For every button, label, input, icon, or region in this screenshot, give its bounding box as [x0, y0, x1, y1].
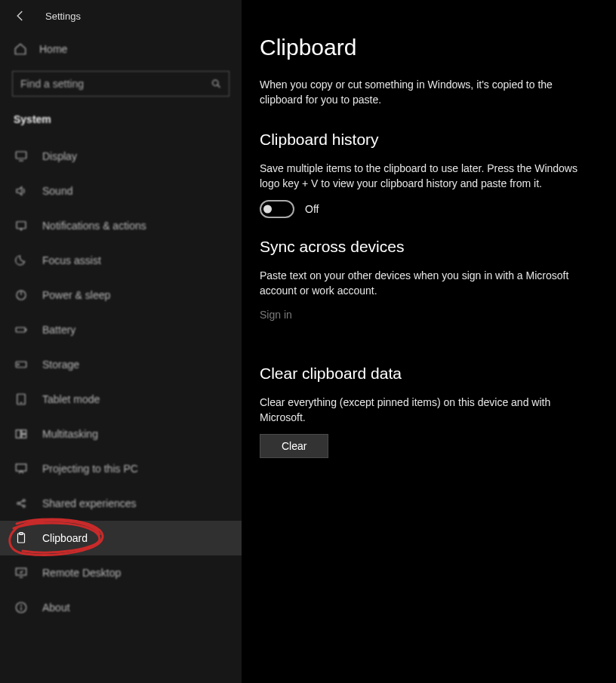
titlebar: Settings	[0, 0, 242, 30]
svg-rect-8	[16, 328, 25, 332]
back-button[interactable]	[14, 9, 27, 23]
clear-button[interactable]: Clear	[260, 434, 328, 458]
moon-icon	[14, 254, 29, 267]
section-history-heading: Clipboard history	[260, 131, 593, 149]
sidebar-item-label: Tablet mode	[42, 393, 100, 405]
sidebar-item-home[interactable]: Home	[0, 30, 242, 68]
sidebar-item-focus-assist[interactable]: Focus assist	[0, 243, 242, 278]
svg-point-19	[23, 500, 25, 502]
app-title: Settings	[45, 11, 81, 22]
power-icon	[14, 288, 29, 302]
sidebar-item-remote-desktop[interactable]: Remote Desktop	[0, 555, 242, 590]
search-wrap	[12, 71, 229, 97]
svg-marker-4	[17, 187, 22, 195]
battery-icon	[14, 323, 29, 337]
svg-line-22	[20, 504, 23, 506]
sidebar-item-battery[interactable]: Battery	[0, 312, 242, 347]
svg-point-20	[23, 505, 25, 507]
sidebar-item-multitasking[interactable]: Multitasking	[0, 417, 242, 451]
svg-rect-2	[16, 152, 26, 158]
sidebar-item-shared-experiences[interactable]: Shared experiences	[0, 486, 242, 521]
sidebar-item-sound[interactable]: Sound	[0, 174, 242, 208]
svg-point-28	[21, 605, 22, 606]
sidebar-item-display[interactable]: Display	[0, 139, 242, 174]
sidebar-item-label: Shared experiences	[42, 497, 137, 509]
sidebar-item-label: Sound	[42, 185, 72, 197]
svg-rect-5	[17, 222, 26, 229]
sidebar-item-label: Projecting to this PC	[42, 463, 138, 475]
sidebar-item-label: Remote Desktop	[42, 567, 121, 579]
sidebar-item-label: Power & sleep	[42, 289, 110, 301]
content-pane: Clipboard When you copy or cut something…	[242, 0, 616, 683]
history-toggle-label: Off	[305, 203, 319, 215]
sidebar-nav: DisplaySoundNotifications & actionsFocus…	[0, 139, 242, 683]
tablet-icon	[14, 392, 29, 406]
clipboard-icon	[14, 531, 29, 545]
svg-rect-14	[16, 430, 20, 438]
sidebar-item-storage[interactable]: Storage	[0, 347, 242, 382]
sidebar-item-label: Battery	[42, 324, 75, 336]
history-toggle[interactable]	[260, 200, 294, 218]
page-intro: When you copy or cut something in Window…	[260, 77, 577, 108]
sidebar-item-projecting-to-this-pc[interactable]: Projecting to this PC	[0, 451, 242, 486]
sidebar-item-label: Multitasking	[42, 428, 98, 440]
remote-icon	[14, 566, 29, 580]
sidebar-item-label: About	[42, 601, 70, 614]
sidebar-item-about[interactable]: About	[0, 590, 242, 625]
page-title: Clipboard	[260, 35, 593, 60]
sidebar-item-tablet-mode[interactable]: Tablet mode	[0, 382, 242, 417]
sidebar-category: System	[0, 106, 242, 139]
svg-rect-15	[22, 430, 26, 434]
svg-line-21	[20, 501, 23, 503]
sidebar-item-clipboard[interactable]: Clipboard	[0, 521, 242, 555]
sidebar-item-label: Storage	[42, 358, 79, 371]
section-clear-desc: Clear everything (except pinned items) o…	[260, 395, 584, 426]
info-icon	[14, 601, 29, 614]
search-input[interactable]	[12, 71, 229, 97]
sidebar-item-label: Notifications & actions	[42, 220, 146, 232]
sidebar-item-notifications-actions[interactable]: Notifications & actions	[0, 208, 242, 243]
section-history-desc: Save multiple items to the clipboard to …	[260, 161, 584, 192]
svg-point-18	[17, 503, 20, 505]
multitasking-icon	[14, 427, 29, 441]
sidebar-item-label: Clipboard	[42, 532, 88, 544]
notifications-icon	[14, 219, 29, 232]
sidebar: Settings Home System DisplaySoundNotific…	[0, 0, 242, 683]
svg-point-11	[18, 364, 20, 365]
svg-rect-16	[22, 435, 26, 438]
sidebar-item-label: Display	[42, 150, 77, 162]
svg-rect-25	[16, 568, 26, 575]
projecting-icon	[14, 462, 29, 475]
sound-icon	[14, 184, 29, 198]
section-clear-heading: Clear clipboard data	[260, 365, 593, 383]
sign-in-link[interactable]: Sign in	[260, 309, 292, 321]
sidebar-item-label: Focus assist	[42, 254, 101, 266]
svg-rect-17	[16, 464, 26, 471]
home-label: Home	[39, 43, 67, 55]
storage-icon	[14, 358, 29, 371]
display-icon	[14, 149, 29, 163]
home-icon	[14, 42, 27, 56]
section-sync-desc: Paste text on your other devices when yo…	[260, 268, 584, 299]
shared-icon	[14, 497, 29, 510]
section-sync-heading: Sync across devices	[260, 238, 593, 256]
sidebar-item-power-sleep[interactable]: Power & sleep	[0, 278, 242, 312]
